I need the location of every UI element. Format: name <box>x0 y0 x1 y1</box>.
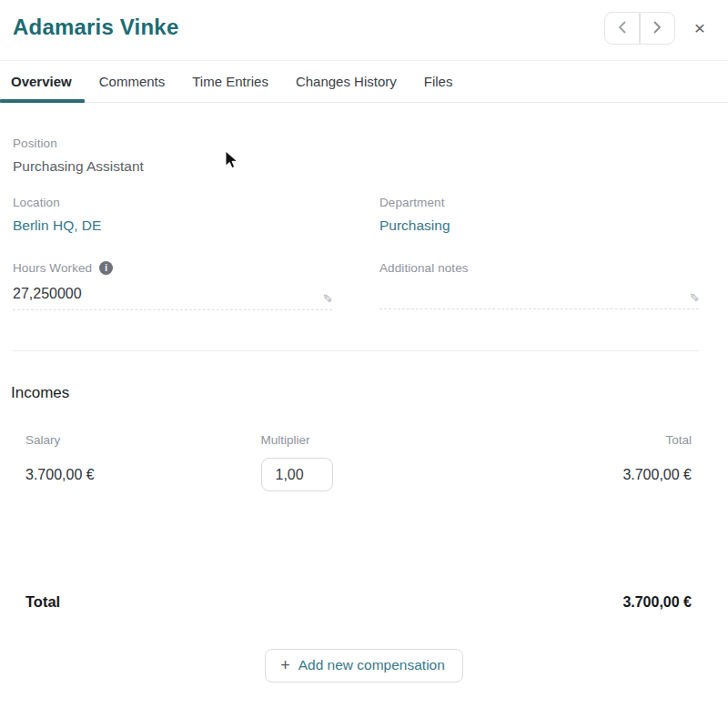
location-label: Location <box>13 196 332 209</box>
location-link[interactable]: Berlin HQ, DE <box>13 217 332 234</box>
hours-worked-editable[interactable]: 27,250000 ✎ <box>13 282 332 310</box>
edit-pencil-icon: ✎ <box>321 293 333 303</box>
add-new-compensation-label: Add new compensation <box>298 657 445 673</box>
income-total-value: 3.700,00 € <box>457 467 693 483</box>
add-new-compensation-button[interactable]: + Add new compensation <box>265 649 463 683</box>
previous-record-button[interactable] <box>604 12 640 45</box>
position-value: Purchasing Assistant <box>13 158 699 175</box>
section-divider <box>13 350 699 351</box>
tab-time-entries[interactable]: Time Entries <box>192 61 268 102</box>
tab-files[interactable]: Files <box>424 61 453 102</box>
plus-icon: + <box>280 657 290 673</box>
incomes-section: Incomes Salary Multiplier Total 3.700,00… <box>0 384 728 683</box>
department-label: Department <box>379 196 699 209</box>
income-column-headers: Salary Multiplier Total <box>25 433 692 447</box>
incomes-heading: Incomes <box>11 384 728 402</box>
tab-overview[interactable]: Overview <box>11 61 72 102</box>
department-link[interactable]: Purchasing <box>379 217 699 234</box>
department-field: Department Purchasing <box>379 196 699 234</box>
additional-notes-label: Additional notes <box>379 261 699 275</box>
hours-worked-field: Hours Worked i 27,250000 ✎ <box>13 261 332 310</box>
next-record-button[interactable] <box>640 12 675 45</box>
panel-header: Adamaris Vinke × <box>0 0 728 60</box>
income-row: 3.700,00 € 3.700,00 € <box>25 458 692 491</box>
multiplier-input[interactable] <box>261 458 333 491</box>
grand-total-label: Total <box>25 593 60 611</box>
page-title: Adamaris Vinke <box>13 15 706 40</box>
tab-changes-history[interactable]: Changes History <box>296 61 397 102</box>
hours-worked-label: Hours Worked <box>13 261 92 275</box>
record-pager <box>604 12 675 45</box>
position-field: Position Purchasing Assistant <box>13 137 699 175</box>
grand-total-value: 3.700,00 € <box>622 594 692 611</box>
grand-total-row: Total 3.700,00 € <box>0 593 728 611</box>
hours-worked-value: 27,250000 <box>13 286 310 302</box>
edit-pencil-icon: ✎ <box>688 292 700 302</box>
location-field: Location Berlin HQ, DE <box>13 196 332 234</box>
chevron-left-icon <box>618 21 626 36</box>
multiplier-column-label: Multiplier <box>261 433 457 447</box>
salary-value: 3.700,00 € <box>25 467 261 483</box>
salary-column-label: Salary <box>25 433 261 447</box>
overview-section: Position Purchasing Assistant Location B… <box>0 137 728 351</box>
tab-comments[interactable]: Comments <box>99 61 166 102</box>
additional-notes-field: Additional notes ✎ <box>379 261 699 310</box>
position-label: Position <box>13 137 699 150</box>
chevron-right-icon <box>653 21 662 36</box>
tab-bar: Overview Comments Time Entries Changes H… <box>0 60 728 103</box>
info-icon[interactable]: i <box>99 261 113 275</box>
additional-notes-editable[interactable]: ✎ <box>379 282 699 309</box>
total-column-label: Total <box>457 433 693 447</box>
close-icon[interactable]: × <box>688 16 712 40</box>
